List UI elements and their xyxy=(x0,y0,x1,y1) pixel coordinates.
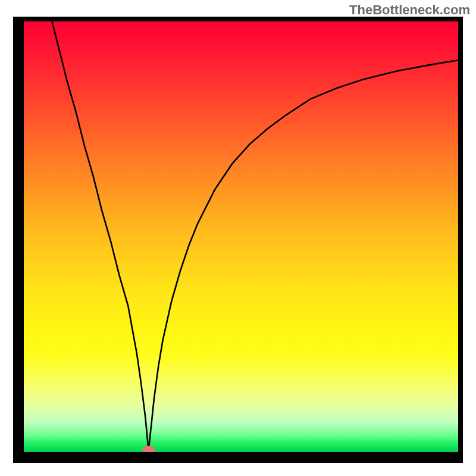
watermark-text: TheBottleneck.com xyxy=(349,2,470,18)
plot-area xyxy=(24,21,458,452)
bottleneck-curve xyxy=(52,21,458,450)
chart-container: TheBottleneck.com xyxy=(0,0,476,476)
chart-frame xyxy=(13,17,463,463)
minimum-marker xyxy=(142,446,155,452)
curve-svg xyxy=(24,21,458,452)
